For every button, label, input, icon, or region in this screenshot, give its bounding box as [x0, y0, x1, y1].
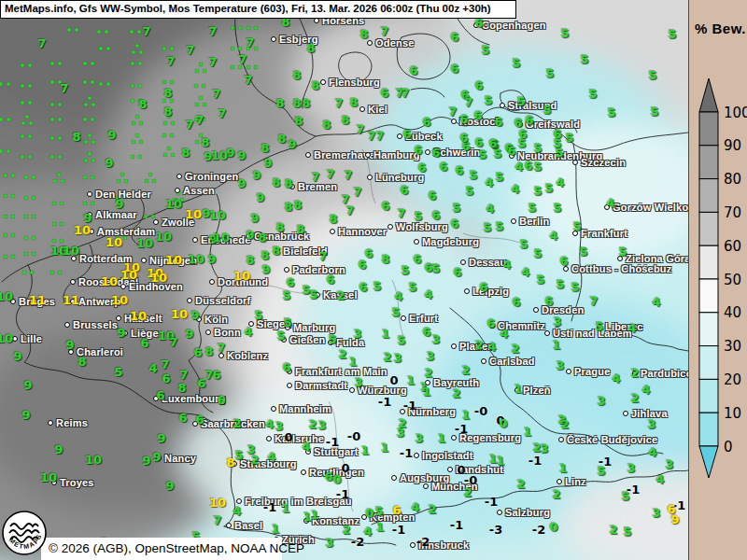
temperature-value: 8 — [201, 135, 209, 149]
temperature-value: 7 — [334, 96, 343, 110]
temperature-value: 7 — [238, 52, 247, 66]
temperature-value: 7 — [246, 35, 254, 49]
temperature-value: 5 — [401, 263, 409, 277]
temperature-value: 10 — [188, 252, 204, 266]
temperature-value: 10 — [63, 244, 79, 258]
scale-tick-label: 40 — [724, 304, 741, 321]
temperature-value: 7 — [166, 54, 175, 68]
temperature-value: 9 — [65, 338, 74, 352]
temperature-value: 9 — [263, 156, 272, 170]
city-marker-icon — [209, 279, 215, 285]
city-name: Bonn — [214, 327, 241, 338]
temperature-value: 2 — [461, 363, 470, 377]
temperature-value: 10 — [106, 235, 122, 249]
city-marker-icon — [511, 218, 516, 224]
temperature-value: 1 — [281, 501, 289, 515]
city-marker-icon — [266, 436, 272, 441]
temperature-value: 4 — [233, 504, 241, 518]
city-marker-icon — [330, 229, 335, 234]
temperature-value: 5 — [408, 280, 416, 294]
temperature-value: 8 — [311, 78, 319, 92]
city-name: Gießen — [289, 334, 326, 345]
temperature-value: 6 — [473, 108, 482, 122]
city-name: Alkmaar — [95, 209, 137, 220]
temperature-value: 5 — [484, 93, 492, 107]
temperature-value: 10 — [209, 208, 226, 222]
temperature-value: 5 — [543, 103, 551, 117]
city-marker-icon — [423, 483, 429, 489]
city-name: Ingolstadt — [422, 450, 473, 461]
temperature-value: 4 — [627, 321, 636, 335]
temperature-value: 6 — [486, 316, 495, 330]
temperature-value: 6 — [156, 388, 164, 402]
temperature-value: 8 — [292, 96, 301, 110]
city-name: Troyes — [60, 477, 94, 488]
temperature-value: 4 — [487, 340, 496, 354]
temperature-value: 7 — [213, 513, 221, 527]
city-label: Nancy — [164, 453, 196, 464]
city-name: Luxembourg — [162, 393, 226, 404]
temperature-value: 10 — [171, 307, 188, 321]
temperature-value: 6 — [525, 113, 533, 127]
temperature-value: 6 — [197, 376, 205, 390]
temperature-value: 7 — [185, 118, 193, 132]
city-marker-icon — [451, 435, 457, 441]
city-label: Lille — [21, 333, 42, 344]
temperature-value: 5 — [512, 56, 520, 70]
temperature-value: 4 — [267, 450, 275, 464]
city-name: Szczecin — [581, 157, 626, 168]
temperature-value: 2 — [511, 342, 519, 356]
temperature-value: 5 — [571, 280, 579, 294]
weather-map[interactable]: HorsensCopenhagenEsbjergOdenseFlensburgK… — [0, 0, 688, 560]
temperature-value: 4 — [549, 229, 557, 243]
city-marker-icon — [544, 330, 550, 336]
temperature-value: 8 — [261, 141, 269, 155]
city-name: Copenhagen — [482, 20, 546, 31]
city-marker-icon — [48, 420, 53, 426]
temperature-value: 3 — [431, 332, 440, 346]
temperature-value: 4 — [511, 182, 519, 196]
temperature-value: 5 — [114, 365, 122, 379]
temperature-value: 6 — [380, 86, 388, 100]
temperature-value: 0 — [341, 461, 349, 475]
city-marker-icon — [205, 329, 211, 335]
temperature-value: 8 — [163, 105, 172, 119]
temperature-value: 4 — [606, 196, 614, 210]
city-marker-icon — [226, 523, 232, 528]
city-marker-icon — [558, 437, 564, 442]
temperature-value: 7 — [589, 294, 598, 308]
temperature-value: 5 — [544, 181, 553, 195]
temperature-value: -1 — [378, 395, 391, 409]
city-label: Lüneburg — [375, 172, 424, 183]
temperature-value: 5 — [533, 184, 542, 198]
temperature-value: 8 — [293, 198, 302, 212]
temperature-value: 5 — [495, 170, 503, 184]
temperature-value: 7 — [142, 24, 150, 38]
temperature-value: 5 — [555, 146, 563, 160]
temperature-value: 1 — [461, 408, 470, 422]
city-name: Köln — [204, 314, 228, 325]
temperature-value: 5 — [595, 319, 603, 333]
temperature-value: 2 — [630, 391, 639, 405]
city-name: Liberec — [605, 321, 643, 332]
temperature-value: 4 — [424, 287, 432, 301]
city-name: Kiel — [368, 104, 388, 115]
city-name: Plzeň — [523, 385, 551, 396]
temperature-value: 7 — [161, 357, 169, 371]
city-label: Konstanz — [312, 515, 359, 526]
temperature-value: 3 — [415, 431, 423, 445]
scale-tick-label: 20 — [724, 371, 741, 388]
city-label: Wolfsburg — [396, 221, 448, 232]
temperature-value: 5 — [533, 141, 542, 155]
temperature-value: 8 — [275, 220, 284, 234]
city-label: Carlsbad — [489, 356, 535, 367]
city-name: Hannover — [338, 226, 387, 237]
city-label: Plzeň — [523, 385, 551, 396]
temperature-value: -2 — [532, 523, 545, 537]
city-name: Basel — [234, 520, 262, 531]
temperature-value: 9 — [23, 378, 32, 392]
city-label: Dessau — [469, 257, 506, 268]
temperature-value: 8 — [138, 97, 147, 111]
city-marker-icon — [497, 510, 502, 515]
temperature-value: 3 — [325, 536, 333, 550]
